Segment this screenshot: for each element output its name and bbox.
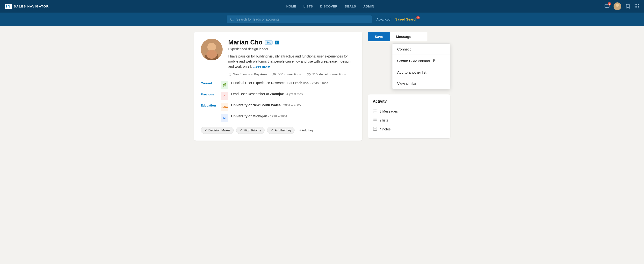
shared-connections-meta: 210 shared connections: [307, 72, 346, 76]
right-panel: Save Message ··· Connect Create CRM cont…: [368, 32, 450, 140]
linkedin-profile-icon[interactable]: in: [275, 40, 279, 44]
nav-home[interactable]: HOME: [286, 4, 296, 9]
activity-title: Activity: [373, 99, 445, 104]
dropdown-crm[interactable]: Create CRM contact 🖱: [392, 55, 450, 67]
shared-text: 210 shared connections: [312, 72, 346, 76]
nav-discover[interactable]: DISCOVER: [320, 4, 338, 9]
edu1-text: University of New South Wales · 2001 – 2…: [231, 103, 301, 107]
checkmark-icon: ✓: [271, 128, 273, 132]
dropdown-menu: Connect Create CRM contact 🖱 Add to anot…: [392, 44, 450, 89]
shared-icon: [307, 73, 311, 76]
profile-title: Experienced design leader: [228, 47, 356, 51]
profile-card: Marian Cho 1st in Experienced design lea…: [194, 32, 362, 140]
svg-rect-8: [638, 6, 639, 6]
linkedin-logo: in: [5, 4, 12, 9]
profile-name: Marian Cho: [228, 39, 263, 46]
dropdown-add-list[interactable]: Add to another list: [392, 67, 450, 78]
nav-deals[interactable]: DEALS: [345, 4, 356, 9]
profile-bio: I have passion for building visually att…: [228, 54, 356, 69]
lists-activity-icon: [373, 118, 377, 123]
previous-company: Zoomjax: [270, 92, 284, 96]
messages-count: 3 Messages: [380, 110, 398, 113]
main-content: Marian Cho 1st in Experienced design lea…: [189, 32, 455, 140]
svg-rect-3: [635, 4, 636, 5]
profile-name-row: Marian Cho 1st in: [228, 39, 356, 46]
checkmark-icon: ✓: [240, 128, 242, 132]
avatar[interactable]: [614, 2, 621, 10]
tag-another[interactable]: ✓ Another tag: [267, 127, 294, 134]
nav-admin[interactable]: ADMIN: [364, 4, 374, 9]
logo[interactable]: in SALES NAVIGATOR: [5, 4, 49, 9]
svg-rect-22: [373, 109, 377, 112]
svg-point-21: [309, 74, 310, 75]
bookmark-icon[interactable]: [625, 4, 630, 9]
tag-high-priority[interactable]: ✓ High Priority: [236, 127, 264, 134]
svg-point-20: [307, 74, 308, 75]
svg-rect-9: [635, 8, 636, 8]
nav-lists[interactable]: LISTS: [304, 4, 313, 9]
add-tag-label: + Add tag: [300, 128, 313, 132]
dropdown-connect[interactable]: Connect: [392, 44, 450, 55]
grid-icon[interactable]: [634, 4, 639, 9]
search-input-wrap: [227, 16, 372, 23]
svg-point-12: [230, 18, 233, 20]
saved-search-button[interactable]: Saved Search 6: [395, 18, 417, 21]
svg-point-16: [206, 50, 217, 59]
search-bar-row: Advanced Saved Search 6: [0, 12, 644, 26]
svg-point-17: [230, 74, 230, 74]
more-button[interactable]: ···: [417, 32, 428, 41]
lists-count: 2 lists: [380, 118, 388, 122]
advanced-link[interactable]: Advanced: [376, 18, 390, 21]
activity-messages: 3 Messages: [373, 107, 445, 116]
dropdown-view-similar[interactable]: View similar: [392, 78, 450, 89]
svg-rect-11: [638, 8, 639, 8]
edu1-name: University of New South Wales: [231, 103, 281, 107]
tag-label: Another tag: [275, 128, 291, 132]
previous-exp-row: Previous Z Lead User Researcher at Zoomj…: [201, 92, 356, 100]
notes-count: 4 notes: [380, 127, 391, 131]
profile-avatar: [201, 39, 222, 60]
add-tag-button[interactable]: + Add tag: [297, 127, 315, 134]
top-nav: in SALES NAVIGATOR HOME LISTS DISCOVER D…: [0, 0, 644, 12]
svg-point-2: [615, 7, 620, 10]
save-button[interactable]: Save: [368, 32, 390, 41]
michigan-icon: M: [221, 114, 228, 122]
location-meta: San Francisco Bay Area: [228, 72, 267, 76]
activity-notes: 4 notes: [373, 125, 445, 134]
edu1-years: · 2001 – 2005: [282, 104, 301, 107]
svg-rect-5: [638, 4, 639, 5]
nav-links: HOME LISTS DISCOVER DEALS ADMIN: [56, 4, 604, 9]
search-input[interactable]: [236, 18, 368, 21]
connection-badge: 1st: [265, 40, 272, 45]
experience-section: Current 🌿 Principal User Experience Rese…: [201, 81, 356, 122]
previous-label: Previous: [201, 92, 218, 96]
action-buttons: Save Message ···: [368, 32, 450, 41]
location-text: San Francisco Bay Area: [233, 72, 267, 76]
edu2-row: M University of Michigan · 1998 – 2001: [201, 114, 356, 122]
previous-duration: · 4 yrs 3 mos: [285, 92, 302, 96]
activity-panel: Activity 3 Messages: [368, 94, 450, 138]
messages-activity-icon: [373, 109, 377, 114]
see-more-link[interactable]: ...see more: [253, 64, 270, 68]
svg-rect-6: [635, 6, 636, 6]
connections-text: 560 connections: [278, 72, 301, 76]
edu2-text: University of Michigan · 1998 – 2001: [231, 114, 288, 118]
saved-search-badge: 6: [416, 16, 420, 19]
location-icon: [228, 73, 232, 76]
current-exp-row: Current 🌿 Principal User Experience Rese…: [201, 81, 356, 89]
tag-decision-maker[interactable]: ✓ Decision Maker: [201, 127, 234, 134]
connections-meta: 560 connections: [272, 72, 301, 76]
app-title: SALES NAVIGATOR: [14, 4, 49, 8]
activity-lists: 2 lists: [373, 116, 445, 125]
messages-icon-button[interactable]: 2: [604, 4, 610, 9]
svg-point-18: [273, 73, 274, 74]
search-icon: [230, 18, 234, 21]
message-button[interactable]: Message: [390, 32, 417, 41]
cursor-indicator: 🖱: [432, 58, 436, 63]
nav-right: 2: [604, 2, 639, 10]
profile-header: Marian Cho 1st in Experienced design lea…: [201, 39, 356, 76]
profile-info: Marian Cho 1st in Experienced design lea…: [228, 39, 356, 76]
svg-point-19: [275, 73, 276, 74]
svg-point-1: [616, 4, 619, 7]
tag-label: Decision Maker: [208, 128, 230, 132]
